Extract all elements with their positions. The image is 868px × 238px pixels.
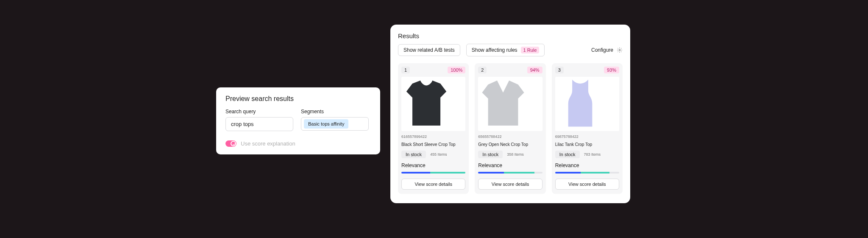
results-title: Results xyxy=(398,32,623,39)
preview-fields: Search query Segments Basic tops affinit… xyxy=(225,109,371,131)
relevance-bar xyxy=(401,172,465,174)
relevance-segment-secondary xyxy=(430,172,465,174)
segments-label: Segments xyxy=(301,109,369,115)
product-name: Black Short Sleeve Crop Top xyxy=(401,142,465,147)
preview-title: Preview search results xyxy=(225,95,371,103)
view-score-details-button[interactable]: View score details xyxy=(555,179,619,190)
rank-badge: 3 xyxy=(555,67,564,73)
score-badge: 94% xyxy=(527,67,542,73)
segments-field: Segments Basic tops affinity xyxy=(301,109,369,131)
show-rules-label: Show affecting rules xyxy=(472,47,517,53)
gear-icon xyxy=(617,47,623,53)
show-rules-button[interactable]: Show affecting rules 1 Rule xyxy=(466,44,545,56)
card-header: 1 100% xyxy=(401,67,465,73)
view-score-details-button[interactable]: View score details xyxy=(478,179,542,190)
product-name: Lilac Tank Crop Top xyxy=(555,142,619,147)
search-field: Search query xyxy=(225,109,293,131)
product-sku: 65655788422 xyxy=(478,134,542,139)
relevance-label: Relevance xyxy=(401,162,465,168)
result-card: 2 94% 65655788422 Grey Open Neck Crop To… xyxy=(475,63,545,194)
product-sku: 69875788422 xyxy=(555,134,619,139)
score-badge: 100% xyxy=(448,67,465,73)
svg-point-0 xyxy=(619,49,620,51)
relevance-segment-primary xyxy=(555,172,581,174)
rules-count-badge: 1 Rule xyxy=(521,47,540,53)
product-thumbnail[interactable] xyxy=(478,77,542,131)
stock-row: In stock 783 Items xyxy=(555,151,619,158)
segments-input[interactable]: Basic tops affinity xyxy=(301,117,369,131)
stock-badge: In stock xyxy=(401,151,426,158)
relevance-segment-secondary xyxy=(581,172,609,174)
search-label: Search query xyxy=(225,109,293,115)
rank-badge: 1 xyxy=(401,67,410,73)
stock-row: In stock 358 Items xyxy=(478,151,542,158)
score-explanation-toggle[interactable] xyxy=(225,140,236,147)
configure-button[interactable]: Configure xyxy=(591,47,623,53)
result-card: 3 93% 69875788422 Lilac Tank Crop Top In… xyxy=(552,63,623,194)
relevance-segment-primary xyxy=(478,172,504,174)
show-ab-tests-button[interactable]: Show related A/B tests xyxy=(398,44,460,56)
card-header: 2 94% xyxy=(478,67,542,73)
preview-panel: Preview search results Search query Segm… xyxy=(216,87,380,154)
check-icon xyxy=(231,141,236,146)
product-thumbnail[interactable] xyxy=(401,77,465,131)
relevance-label: Relevance xyxy=(555,162,619,168)
search-input[interactable] xyxy=(225,117,293,131)
relevance-bar xyxy=(478,172,542,174)
score-explanation-label: Use score explanation xyxy=(241,140,295,147)
result-card: 1 100% 616557899422 Black Short Sleeve C… xyxy=(398,63,469,194)
product-name: Grey Open Neck Crop Top xyxy=(478,142,542,147)
results-controls: Show related A/B tests Show affecting ru… xyxy=(398,44,623,56)
items-count: 783 Items xyxy=(584,152,601,157)
rank-badge: 2 xyxy=(478,67,487,73)
relevance-segment-secondary xyxy=(504,172,535,174)
shirt-icon xyxy=(555,77,619,131)
segment-chip[interactable]: Basic tops affinity xyxy=(304,119,348,129)
card-header: 3 93% xyxy=(555,67,619,73)
configure-label: Configure xyxy=(591,47,613,53)
score-badge: 93% xyxy=(604,67,619,73)
relevance-bar xyxy=(555,172,619,174)
score-explanation-toggle-row: Use score explanation xyxy=(225,140,371,147)
product-thumbnail[interactable] xyxy=(555,77,619,131)
view-score-details-button[interactable]: View score details xyxy=(401,179,465,190)
shirt-icon xyxy=(401,77,465,131)
items-count: 358 Items xyxy=(507,152,524,157)
stock-row: In stock 455 Items xyxy=(401,151,465,158)
product-sku: 616557899422 xyxy=(401,134,465,139)
relevance-label: Relevance xyxy=(478,162,542,168)
relevance-segment-primary xyxy=(401,172,430,174)
results-panel: Results Show related A/B tests Show affe… xyxy=(390,25,630,203)
stock-badge: In stock xyxy=(478,151,503,158)
result-cards: 1 100% 616557899422 Black Short Sleeve C… xyxy=(398,63,623,194)
shirt-icon xyxy=(478,77,542,131)
stock-badge: In stock xyxy=(555,151,580,158)
show-ab-tests-label: Show related A/B tests xyxy=(403,47,455,53)
items-count: 455 Items xyxy=(430,152,447,157)
